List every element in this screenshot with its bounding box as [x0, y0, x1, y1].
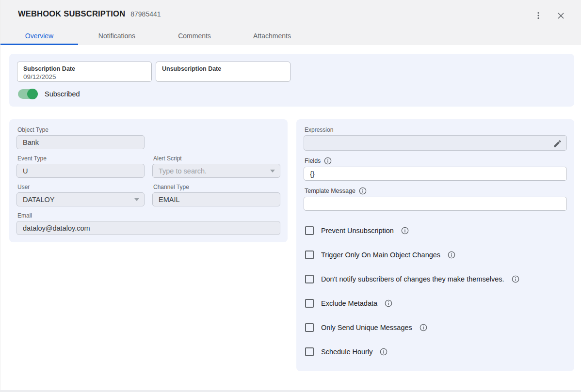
pencil-icon	[553, 139, 562, 148]
unsubscription-date-label: Unsubscription Date	[162, 65, 284, 72]
checkbox-label: Don't notify subscribers of changes they…	[321, 275, 504, 283]
close-button[interactable]	[555, 10, 566, 21]
checkbox-exclude-metadata[interactable]: Exclude Metadata	[304, 291, 567, 315]
checkbox-label: Trigger Only On Main Object Changes	[321, 251, 440, 259]
page-title: WEBHOOK SUBSCRIPTION	[18, 9, 125, 18]
close-icon	[556, 11, 565, 20]
user-label: User	[16, 184, 145, 190]
expression-label: Expression	[304, 126, 567, 133]
template-message-input[interactable]	[304, 197, 567, 211]
channel-type-field: Channel Type	[152, 184, 280, 206]
user-channel-row: User Channel Type	[16, 184, 280, 206]
fields-info-icon[interactable]	[324, 157, 332, 165]
details-panel: Object Type Event Type Alert Script	[9, 119, 288, 242]
tab-bar: Overview Notifications Comments Attachme…	[0, 27, 581, 45]
object-type-field: Object Type	[16, 126, 145, 149]
checkbox-label: Only Send Unique Messages	[321, 324, 412, 331]
subscription-date-label: Subscription Date	[23, 65, 145, 72]
event-type-field: Event Type	[16, 155, 145, 178]
subscribed-toggle-label: Subscribed	[45, 90, 80, 98]
fields-label: Fields	[305, 157, 321, 164]
object-type-row: Object Type	[16, 126, 280, 149]
user-input[interactable]	[16, 192, 145, 206]
fields-input[interactable]	[304, 167, 567, 181]
event-type-input[interactable]	[16, 164, 145, 178]
subscription-date-field[interactable]: Subscription Date 09/12/2025	[17, 62, 152, 82]
event-type-label: Event Type	[16, 155, 145, 162]
unsubscription-date-field[interactable]: Unsubscription Date	[156, 62, 290, 82]
record-id: 87985441	[130, 10, 161, 18]
subscription-panel: Subscription Date 09/12/2025 Unsubscript…	[9, 54, 574, 107]
date-row: Subscription Date 09/12/2025 Unsubscript…	[17, 62, 566, 82]
object-type-label: Object Type	[16, 126, 145, 133]
checkbox-box[interactable]	[305, 299, 314, 308]
checkbox-only-unique-messages[interactable]: Only Send Unique Messages	[304, 315, 567, 340]
fields-label-row: Fields	[304, 157, 567, 165]
edit-expression-button[interactable]	[551, 138, 563, 149]
kebab-menu-icon	[533, 11, 543, 20]
template-message-info-icon[interactable]	[359, 187, 367, 195]
checkbox-box[interactable]	[305, 251, 314, 259]
header-actions	[533, 10, 566, 21]
toggle-thumb	[27, 89, 38, 99]
info-icon[interactable]	[380, 348, 387, 356]
checkbox-prevent-unsubscription[interactable]: Prevent Unsubscription	[304, 219, 567, 243]
kebab-menu-button[interactable]	[533, 10, 544, 21]
dialog-header: WEBHOOK SUBSCRIPTION 87985441 Overview N…	[0, 0, 581, 45]
checkbox-box[interactable]	[305, 347, 314, 356]
spacer-col	[152, 126, 280, 149]
template-message-label-row: Template Message	[304, 187, 567, 195]
bottom-edge	[0, 390, 581, 392]
checkbox-label: Schedule Hourly	[321, 348, 372, 356]
expression-panel: Expression Fields	[296, 119, 574, 371]
title-row: WEBHOOK SUBSCRIPTION 87985441	[0, 9, 581, 18]
user-select	[16, 192, 145, 206]
subscription-date-value: 09/12/2025	[23, 73, 145, 80]
checkbox-box[interactable]	[305, 226, 314, 235]
object-type-input[interactable]	[16, 135, 145, 149]
checkbox-box[interactable]	[305, 275, 314, 283]
channel-type-input[interactable]	[152, 192, 280, 206]
expression-box	[304, 135, 567, 151]
email-input[interactable]	[16, 221, 280, 235]
template-message-label: Template Message	[305, 188, 355, 194]
subscribed-toggle[interactable]	[18, 89, 37, 99]
email-label: Email	[16, 212, 280, 219]
checkbox-label: Prevent Unsubscription	[321, 227, 394, 235]
email-field: Email	[16, 212, 280, 235]
tab-notifications[interactable]: Notifications	[78, 27, 156, 45]
checkbox-schedule-hourly[interactable]: Schedule Hourly	[304, 340, 567, 364]
alert-script-field: Alert Script	[152, 155, 280, 178]
tab-attachments[interactable]: Attachments	[233, 27, 311, 45]
checkbox-dont-notify-self-changes[interactable]: Don't notify subscribers of changes they…	[304, 267, 567, 291]
checkbox-label: Exclude Metadata	[321, 299, 377, 307]
subscribed-toggle-row: Subscribed	[17, 89, 566, 99]
info-icon[interactable]	[420, 324, 427, 331]
webhook-subscription-dialog: WEBHOOK SUBSCRIPTION 87985441 Overview N…	[0, 0, 581, 392]
tab-overview[interactable]: Overview	[0, 27, 78, 45]
info-icon[interactable]	[512, 275, 519, 283]
info-icon[interactable]	[401, 227, 409, 235]
alert-script-select	[152, 164, 280, 178]
content-columns: Object Type Event Type Alert Script	[9, 119, 574, 371]
info-icon[interactable]	[448, 251, 455, 259]
channel-type-label: Channel Type	[152, 184, 280, 190]
event-alert-row: Event Type Alert Script	[16, 155, 280, 178]
checkbox-trigger-main-object[interactable]: Trigger Only On Main Object Changes	[304, 243, 567, 267]
options-checkbox-list: Prevent Unsubscription Trigger Only On M…	[304, 219, 567, 364]
email-row: Email	[16, 212, 280, 235]
tab-comments[interactable]: Comments	[156, 27, 233, 45]
checkbox-box[interactable]	[305, 323, 314, 332]
alert-script-input[interactable]	[152, 164, 280, 178]
user-field: User	[16, 184, 145, 206]
alert-script-label: Alert Script	[152, 155, 280, 162]
info-icon[interactable]	[385, 299, 392, 307]
